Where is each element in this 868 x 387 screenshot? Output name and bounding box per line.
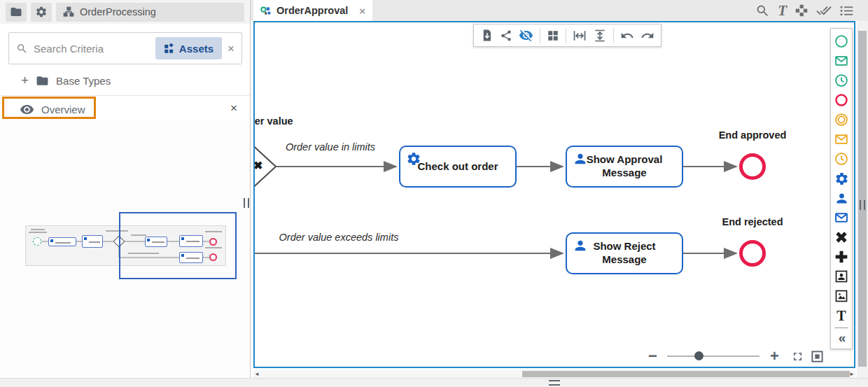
undo-icon[interactable]	[620, 29, 634, 43]
sequence-flows	[255, 22, 854, 367]
text-tool-icon[interactable]: T	[778, 2, 787, 20]
toolbar-separator	[613, 28, 614, 43]
canvas-toolbar	[473, 24, 662, 47]
folder-button[interactable]	[6, 3, 27, 22]
timer-intermediate-event-icon[interactable]	[831, 149, 852, 169]
vertical-scrollbar[interactable]	[857, 21, 868, 379]
symbol-palette: T «	[830, 28, 853, 349]
task-show-approval-message[interactable]: Show Approval Message	[566, 146, 683, 188]
gear-icon	[406, 151, 421, 167]
zoom-out-icon[interactable]: −	[648, 347, 657, 365]
base-types-label: Base Types	[56, 75, 111, 87]
toolbar-separator	[566, 28, 566, 43]
clear-search-icon[interactable]: ×	[227, 43, 234, 55]
end-event-icon[interactable]	[831, 90, 852, 110]
left-toolbar: OrderProcessing	[0, 0, 250, 24]
hide-icon[interactable]	[519, 28, 533, 43]
fit-to-screen-icon[interactable]	[811, 350, 824, 363]
diagram-canvas[interactable]: Order value ✖ Order value in limits Orde…	[253, 21, 855, 368]
gateway-label[interactable]: Order value	[253, 115, 314, 127]
exclusive-gateway-icon[interactable]	[831, 227, 852, 247]
vertical-scrollbar-thumb[interactable]	[858, 31, 867, 367]
assets-icon	[164, 43, 174, 54]
tab-label: OrderApproval	[276, 5, 348, 16]
gear-icon	[35, 6, 48, 18]
project-tab-orderprocessing[interactable]: OrderProcessing	[56, 3, 244, 22]
end-event-rejected[interactable]	[739, 240, 766, 267]
task-label: Show Approval Message	[577, 153, 672, 180]
service-task-icon[interactable]	[831, 169, 852, 188]
right-splitter-handle[interactable]	[860, 200, 865, 210]
message-intermediate-event-icon[interactable]	[831, 129, 852, 149]
navigation-panel: OrderProcessing Assets × + Base Types	[0, 0, 251, 387]
minimap-start-event	[33, 237, 41, 246]
model-parts-icon[interactable]	[794, 3, 808, 17]
model-tab-bar: OrderApproval × T	[251, 0, 868, 21]
palette-divider	[834, 328, 848, 328]
task-label: Check out order	[417, 160, 498, 174]
bottom-splitter-handle[interactable]	[549, 380, 560, 386]
horizontal-scrollbar-thumb[interactable]	[522, 371, 850, 377]
zoom-in-icon[interactable]: +	[770, 347, 779, 365]
minimap-task	[48, 237, 76, 246]
end-rejected-label[interactable]: End rejected	[710, 216, 794, 227]
zoom-slider-thumb[interactable]	[694, 351, 704, 360]
search-icon[interactable]	[755, 3, 770, 18]
share-icon[interactable]	[500, 29, 512, 42]
user-task-icon[interactable]	[831, 188, 852, 208]
fullscreen-icon[interactable]	[791, 350, 804, 363]
close-tab-icon[interactable]: ×	[359, 6, 365, 16]
list-menu-icon[interactable]	[839, 3, 854, 18]
assets-filter-button[interactable]: Assets	[155, 37, 222, 59]
fit-height-icon[interactable]	[593, 29, 607, 43]
parallel-gateway-icon[interactable]	[831, 247, 852, 267]
assets-label: Assets	[179, 43, 214, 55]
task-show-reject-message[interactable]: Show Reject Message	[566, 232, 683, 274]
timer-start-event-icon[interactable]	[831, 71, 852, 90]
zoom-controls: − +	[641, 347, 851, 365]
flow-label-in-limits[interactable]: Order value in limits	[274, 141, 386, 153]
fit-width-icon[interactable]	[573, 29, 587, 43]
message-start-event-icon[interactable]	[831, 51, 852, 71]
overview-panel	[0, 120, 250, 387]
settings-button[interactable]	[31, 3, 52, 22]
user-icon	[573, 151, 588, 167]
task-label: Show Reject Message	[577, 240, 672, 267]
minimap-task	[82, 235, 103, 248]
search-input[interactable]	[34, 43, 150, 55]
minimap-label	[31, 229, 45, 230]
search-criteria-box: Assets ×	[8, 32, 242, 64]
end-event-approved[interactable]	[739, 153, 766, 180]
editor-top-icons: T	[755, 0, 854, 21]
tab-orderapproval[interactable]: OrderApproval ×	[253, 0, 372, 21]
organization-element-icon[interactable]	[831, 267, 852, 286]
minimap-viewport[interactable]	[119, 212, 237, 279]
grid-icon[interactable]	[547, 29, 559, 42]
intermediate-event-icon[interactable]	[831, 110, 852, 129]
search-icon	[16, 43, 28, 55]
zoom-slider-track[interactable]	[667, 356, 760, 357]
user-icon	[573, 238, 588, 253]
collapse-palette-icon[interactable]: «	[839, 330, 845, 346]
exclusive-gateway-marker[interactable]: ✖	[253, 159, 270, 172]
folder-icon	[10, 6, 22, 18]
end-approved-label[interactable]: End approved	[710, 129, 794, 141]
panel-divider	[0, 95, 250, 96]
send-task-icon[interactable]	[831, 208, 852, 227]
tree-item-base-types[interactable]: + Base Types	[0, 70, 250, 91]
eye-icon	[20, 102, 34, 117]
overview-title: Overview	[41, 104, 85, 115]
project-tab-label: OrderProcessing	[80, 6, 156, 17]
overview-close-icon[interactable]: ×	[230, 102, 237, 114]
start-event-icon[interactable]	[831, 31, 852, 51]
image-icon[interactable]	[831, 286, 852, 306]
folder-icon	[36, 74, 49, 87]
text-icon[interactable]: T	[836, 308, 846, 324]
export-file-icon[interactable]	[480, 29, 493, 42]
redo-icon[interactable]	[640, 29, 654, 43]
flow-label-exceeds-limits[interactable]: Order value exceeds limits	[269, 232, 409, 243]
task-check-out-order[interactable]: Check out order	[399, 146, 517, 188]
panel-splitter-handle[interactable]	[244, 198, 249, 208]
approve-all-icon[interactable]	[816, 3, 832, 18]
expand-icon[interactable]: +	[21, 73, 29, 88]
